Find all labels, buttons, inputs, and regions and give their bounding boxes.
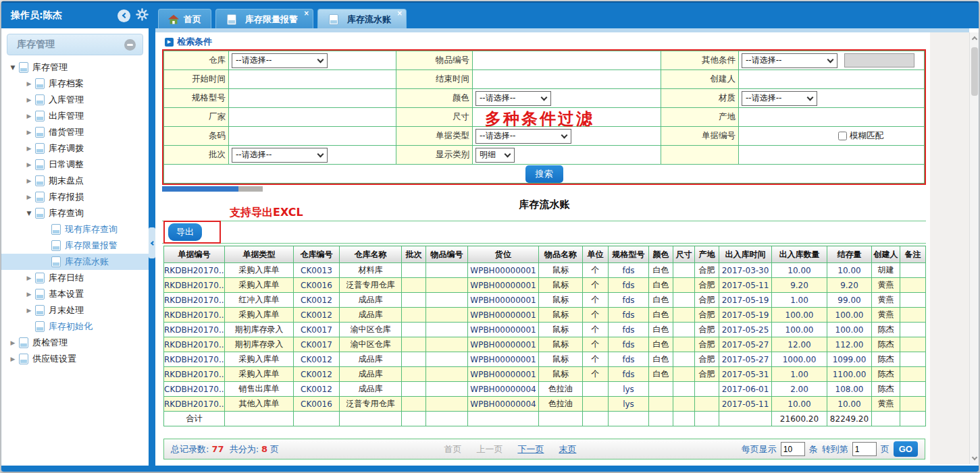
total-records-label: 总记录数: — [171, 444, 209, 454]
search-section-header[interactable]: ▶ 检索条件 — [165, 36, 212, 48]
sidebar-splitter[interactable] — [149, 28, 155, 466]
form-text-input[interactable] — [475, 54, 658, 67]
form-text-input[interactable] — [232, 111, 393, 124]
tree-item[interactable]: ▼库存查询 — [1, 205, 149, 221]
table-row[interactable]: RKDBH20170...红冲入库单CK0012成品库WPBH00000001鼠… — [164, 293, 926, 308]
splitter-handle[interactable] — [149, 227, 155, 258]
next-page-link[interactable]: 下一页 — [517, 443, 544, 455]
table-row[interactable]: RKDBH20170...期初库存录入CK0017渝中区仓库WPBH000000… — [164, 323, 926, 337]
table-row[interactable]: RKDBH20170...采购入库单CK0016泛普专用仓库WPBH000000… — [164, 278, 926, 293]
expand-arrow-icon[interactable]: ▶ — [8, 356, 18, 362]
total-qty-value: 21600.20 — [772, 412, 827, 426]
nav-tree: ▼库存管理▶库存档案▶入库管理▶出库管理▶借货管理▶库存调拨▶日常调整▶期末盘点… — [1, 59, 149, 367]
tab[interactable]: 首页 — [158, 9, 211, 30]
collapse-arrow-icon[interactable]: ▼ — [8, 64, 18, 71]
go-button[interactable]: GO — [894, 441, 918, 457]
collapse-arrow-icon[interactable]: ▼ — [24, 210, 34, 217]
sidebar-panel-header[interactable]: 库存管理 — [7, 34, 143, 55]
form-select[interactable]: --请选择-- — [475, 129, 571, 144]
expand-arrow-icon[interactable]: ▶ — [24, 177, 34, 184]
form-select[interactable]: --请选择-- — [475, 91, 551, 106]
scroll-up-icon[interactable] — [970, 32, 979, 43]
form-select[interactable]: --请选择-- — [742, 91, 817, 106]
tree-item[interactable]: ▶日常调整 — [1, 157, 149, 173]
expand-arrow-icon[interactable]: ▶ — [24, 113, 34, 119]
table-row[interactable]: RKDBH20170...采购入库单CK0012成品库WPBH00000001鼠… — [164, 352, 926, 367]
tree-item[interactable]: ▶出库管理 — [1, 108, 149, 124]
tree-item-label: 库存日结 — [49, 272, 84, 284]
record-summary: 总记录数:77 共分为:8页 — [171, 443, 279, 455]
tree-item[interactable]: ▶库存日结 — [1, 270, 149, 286]
last-page-link[interactable]: 末页 — [559, 443, 576, 455]
form-text-input[interactable] — [742, 130, 838, 143]
column-header: 仓库编号 — [294, 246, 340, 263]
tab[interactable]: 库存限量报警× — [215, 9, 313, 30]
table-cell: WPBH00000001 — [468, 352, 539, 367]
form-text-input[interactable] — [742, 73, 921, 86]
tab[interactable]: 库存流水账× — [317, 9, 407, 30]
table-row[interactable]: RKDBH20170...其他入库单CK0016泛普专用仓库WPBH000000… — [164, 397, 926, 412]
form-select[interactable]: --请选择-- — [232, 53, 328, 68]
table-row[interactable]: RKDBH20170...采购入库单CK0013材料库WPBH00000001鼠… — [164, 263, 926, 278]
form-select[interactable]: 明细 — [475, 148, 515, 163]
tree-item[interactable]: ▶库存调拨 — [1, 140, 149, 157]
fuzzy-match-checkbox[interactable] — [838, 132, 847, 140]
tree-item[interactable]: ▶库存档案 — [1, 76, 149, 92]
search-button[interactable]: 搜索 — [525, 165, 563, 183]
export-button[interactable]: 导出 — [168, 223, 202, 241]
tree-item[interactable]: ▶基本设置 — [1, 286, 149, 302]
settings-gear-icon[interactable] — [136, 8, 149, 24]
close-icon[interactable]: × — [397, 10, 403, 17]
tree-item[interactable]: 库存流水账 — [1, 254, 149, 270]
vscroll-thumb[interactable] — [971, 47, 978, 96]
expand-arrow-icon[interactable]: ▶ — [24, 194, 34, 200]
goto-page-input[interactable] — [852, 442, 877, 456]
tree-item[interactable]: ▶入库管理 — [1, 92, 149, 108]
form-text-input[interactable] — [475, 73, 658, 86]
vertical-scrollbar[interactable] — [969, 32, 979, 464]
expand-arrow-icon[interactable]: ▶ — [8, 339, 18, 346]
table-row[interactable]: RKDBH20170...期初库存录入CK0017渝中区仓库WPBH000000… — [164, 337, 926, 352]
tree-item[interactable]: ▶期末盘点 — [1, 173, 149, 189]
form-field-label: 尺寸 — [396, 108, 473, 127]
table-row[interactable]: RKDBH20170...采购入库单CK0012成品库WPBH00000001鼠… — [164, 308, 926, 323]
table-cell: 采购入库单 — [225, 308, 294, 323]
expand-arrow-icon[interactable]: ▶ — [24, 80, 34, 87]
form-text-input[interactable] — [232, 73, 393, 86]
table-row[interactable]: CKDBH20170...销售出库单CK0012成品库WPBH00000004色… — [164, 382, 926, 397]
expand-arrow-icon[interactable]: ▶ — [24, 129, 34, 136]
table-cell: 材料库 — [340, 263, 402, 278]
table-cell: 合肥 — [695, 323, 719, 337]
expand-arrow-icon[interactable]: ▶ — [24, 307, 34, 314]
tree-item[interactable]: 库存初始化 — [1, 318, 149, 335]
form-select[interactable]: --请选择-- — [742, 53, 837, 68]
tree-item[interactable]: 库存限量报警 — [1, 238, 149, 254]
close-icon[interactable]: × — [304, 10, 309, 17]
tree-item[interactable]: ▼库存管理 — [1, 59, 149, 76]
table-cell: RKDBH20170... — [164, 263, 225, 278]
expand-arrow-icon[interactable]: ▶ — [24, 161, 34, 168]
expand-arrow-icon[interactable]: ▶ — [24, 96, 34, 103]
back-icon[interactable] — [118, 9, 130, 22]
table-cell: 鼠标 — [539, 308, 583, 323]
tree-item[interactable]: ▶借货管理 — [1, 124, 149, 140]
table-row[interactable]: RKDBH20170...采购入库单CK0012成品库WPBH00000001鼠… — [164, 367, 926, 382]
horizontal-scrollbar[interactable] — [162, 186, 926, 192]
tree-item[interactable]: 现有库存查询 — [1, 221, 149, 238]
scroll-down-icon[interactable] — [970, 453, 979, 464]
collapse-minus-icon[interactable] — [124, 39, 136, 51]
per-page-input[interactable] — [781, 442, 805, 456]
fuzzy-match-option[interactable]: 模糊匹配 — [838, 130, 883, 142]
hscroll-thumb[interactable] — [162, 186, 238, 192]
tree-item[interactable]: ▶质检管理 — [1, 335, 149, 351]
expand-arrow-icon[interactable]: ▶ — [24, 275, 34, 281]
form-text-input[interactable] — [232, 92, 393, 105]
form-text-input[interactable] — [232, 130, 393, 143]
tree-item[interactable]: ▶库存报损 — [1, 189, 149, 205]
tree-item[interactable]: ▶月末处理 — [1, 302, 149, 318]
expand-arrow-icon[interactable]: ▶ — [24, 145, 34, 152]
form-select[interactable]: --请选择-- — [232, 148, 328, 163]
expand-arrow-icon[interactable]: ▶ — [24, 291, 34, 298]
tree-item[interactable]: ▶供应链设置 — [1, 351, 149, 367]
form-text-input[interactable] — [742, 111, 921, 124]
